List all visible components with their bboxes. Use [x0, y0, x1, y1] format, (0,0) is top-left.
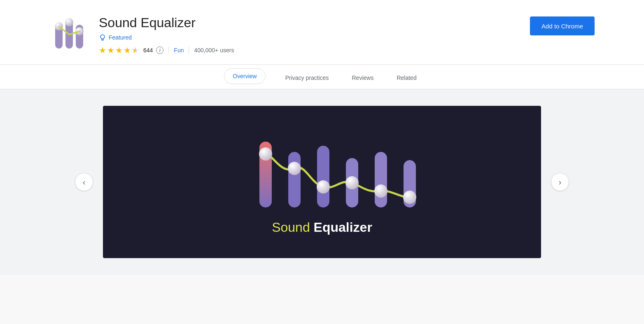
- main-content: ‹: [0, 89, 644, 275]
- app-info: Sound Equalizer Featured ★ ★ ★ ★ ★ ★: [99, 13, 234, 54]
- divider-vertical-2: [189, 47, 189, 54]
- star-2: ★: [107, 46, 114, 54]
- tab-overview[interactable]: Overview: [224, 68, 265, 84]
- header-section: Sound Equalizer Featured ★ ★ ★ ★ ★ ★: [0, 0, 644, 65]
- star-1: ★: [99, 46, 106, 54]
- svg-rect-11: [375, 152, 387, 207]
- brand-name-yellow: Sound: [272, 220, 313, 235]
- add-to-chrome-button[interactable]: Add to Chrome: [530, 16, 595, 35]
- app-title: Sound Equalizer: [99, 15, 234, 30]
- featured-icon: [99, 34, 106, 41]
- header-left: Sound Equalizer Featured ★ ★ ★ ★ ★ ★: [49, 13, 234, 54]
- star-half: ★ ★: [132, 46, 139, 54]
- tab-related[interactable]: Related: [393, 68, 420, 89]
- brand-name-white: Equalizer: [314, 220, 372, 235]
- tab-privacy[interactable]: Privacy practices: [282, 68, 332, 89]
- carousel-next-button[interactable]: ›: [551, 173, 569, 191]
- tabs-container: Overview Privacy practices Reviews Relat…: [224, 68, 420, 89]
- star-3: ★: [115, 46, 123, 54]
- info-icon[interactable]: i: [156, 47, 163, 54]
- stars: ★ ★ ★ ★ ★ ★: [99, 46, 139, 54]
- tabs-section: Overview Privacy practices Reviews Relat…: [0, 65, 644, 89]
- rating-count: 644: [143, 47, 153, 54]
- svg-point-15: [317, 180, 330, 193]
- svg-point-14: [288, 162, 301, 175]
- carousel-image: Sound Equalizer: [103, 106, 541, 258]
- category-link[interactable]: Fun: [174, 47, 184, 54]
- tab-reviews[interactable]: Reviews: [349, 68, 377, 89]
- users-count: 400,000+ users: [194, 47, 234, 54]
- carousel-wrapper: ‹: [75, 106, 569, 258]
- svg-point-4: [65, 18, 73, 26]
- divider-vertical: [168, 47, 169, 54]
- featured-badge[interactable]: Featured: [99, 34, 234, 41]
- svg-point-18: [403, 191, 416, 204]
- svg-point-17: [374, 184, 387, 198]
- svg-rect-8: [288, 152, 301, 207]
- star-4: ★: [124, 46, 131, 54]
- svg-point-13: [259, 147, 272, 161]
- carousel-prev-button[interactable]: ‹: [75, 173, 93, 191]
- equalizer-illustration: [215, 129, 429, 220]
- featured-label: Featured: [109, 34, 132, 41]
- app-icon: [49, 13, 89, 53]
- brand-name: Sound Equalizer: [272, 220, 372, 235]
- svg-point-16: [345, 176, 359, 189]
- svg-rect-9: [317, 146, 329, 207]
- rating-row: ★ ★ ★ ★ ★ ★ 644 i Fun 400,000+ users: [99, 46, 234, 54]
- svg-point-6: [100, 35, 105, 39]
